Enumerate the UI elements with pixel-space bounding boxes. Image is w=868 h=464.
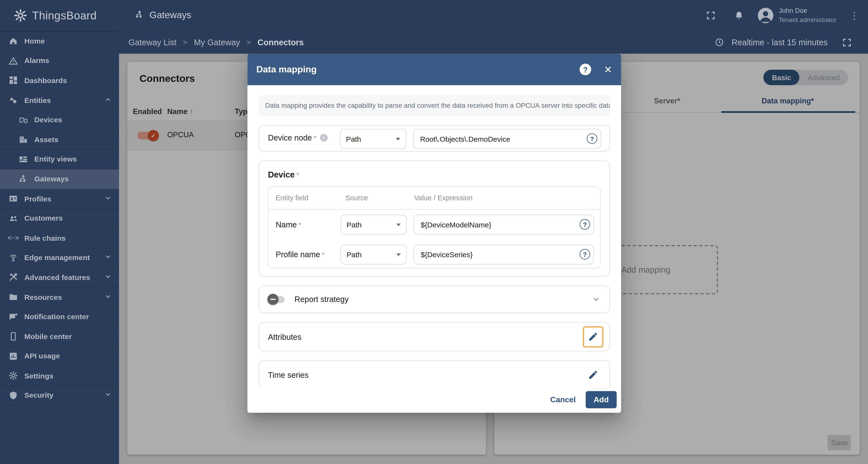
devices-icon bbox=[18, 115, 28, 125]
sidebar-item-mobile-center[interactable]: Mobile center bbox=[0, 327, 119, 346]
field-help-icon[interactable]: ? bbox=[580, 249, 590, 259]
device-node-panel: Device node * i Path ? bbox=[258, 125, 610, 152]
view-grid-icon bbox=[18, 154, 28, 164]
toggle-off-dash-icon bbox=[270, 299, 276, 300]
name-value-wrap: ? bbox=[413, 214, 594, 234]
table-header-row: Entity field Source Value / Expression bbox=[269, 187, 600, 210]
time-series-edit-button[interactable] bbox=[588, 370, 598, 380]
column-value-expression: Value / Expression bbox=[414, 194, 473, 202]
sidebar-item-edge-management[interactable]: Edge management bbox=[0, 248, 119, 268]
device-node-value-wrap: ? bbox=[413, 129, 601, 149]
device-section-title: Device* bbox=[268, 170, 299, 179]
time-series-label: Time series bbox=[268, 370, 309, 379]
attributes-label: Attributes bbox=[268, 332, 302, 341]
info-banner: Data mapping provides the capability to … bbox=[258, 95, 610, 116]
profile-value-input[interactable] bbox=[413, 244, 594, 264]
dialog-header: Data mapping ? ✕ bbox=[247, 54, 621, 85]
app-root: ThingsBoard Home Alarms Dashboards Entit… bbox=[0, 0, 868, 464]
chevron-down-icon bbox=[104, 194, 112, 203]
help-icon[interactable]: ? bbox=[580, 64, 591, 75]
sidebar-item-entities[interactable]: Entities bbox=[0, 91, 119, 110]
report-strategy-panel: Report strategy bbox=[258, 286, 610, 313]
notifications-bell-icon[interactable] bbox=[732, 9, 746, 22]
user-info[interactable]: John Doe Tenant administrator bbox=[779, 6, 837, 25]
attributes-edit-button[interactable] bbox=[583, 326, 603, 347]
folder-icon bbox=[8, 292, 18, 302]
sidebar-item-devices[interactable]: Devices bbox=[0, 110, 119, 130]
sidebar-item-alarms[interactable]: Alarms bbox=[0, 51, 119, 71]
badge-icon bbox=[8, 194, 18, 204]
time-series-panel: Time series bbox=[258, 360, 610, 386]
device-section-panel: Device* Entity field Source Value / Expr… bbox=[258, 160, 610, 276]
sidebar-item-notification-center[interactable]: Notification center bbox=[0, 307, 119, 327]
dialog-footer: Cancel Add bbox=[247, 386, 621, 413]
dialog-body: Data mapping provides the capability to … bbox=[247, 85, 621, 386]
chevron-down-icon[interactable] bbox=[592, 295, 601, 304]
field-help-icon[interactable]: ? bbox=[580, 219, 590, 230]
dropdown-caret-icon bbox=[396, 138, 400, 140]
info-icon[interactable]: i bbox=[320, 134, 328, 142]
profile-source-select[interactable]: Path bbox=[340, 244, 407, 264]
required-marker: * bbox=[297, 171, 299, 179]
dashboards-icon bbox=[8, 75, 18, 86]
sidebar-item-gateways[interactable]: Gateways bbox=[0, 169, 119, 189]
add-button[interactable]: Add bbox=[586, 391, 617, 408]
top-bar: Gateways John Doe Tenant administrator ⋮ bbox=[119, 0, 868, 31]
sidebar-item-settings[interactable]: Settings bbox=[0, 366, 119, 386]
breadcrumb-my-gateway[interactable]: My Gateway bbox=[194, 37, 240, 47]
people-icon bbox=[8, 213, 18, 223]
column-entity-field: Entity field bbox=[276, 194, 308, 202]
dialog-title: Data mapping bbox=[256, 64, 317, 75]
report-strategy-toggle[interactable] bbox=[269, 296, 284, 303]
cancel-button[interactable]: Cancel bbox=[542, 391, 584, 408]
sidebar-item-rule-chains[interactable]: <··> Rule chains bbox=[0, 228, 119, 248]
name-source-select[interactable]: Path bbox=[340, 214, 407, 234]
device-node-label: Device node * i bbox=[268, 133, 328, 142]
hierarchy-icon bbox=[134, 9, 145, 22]
sidebar-item-resources[interactable]: Resources bbox=[0, 288, 119, 307]
profile-value-wrap: ? bbox=[413, 244, 594, 264]
kebab-menu-icon[interactable]: ⋮ bbox=[850, 10, 859, 21]
gear-icon bbox=[8, 371, 18, 381]
app-logo[interactable]: ThingsBoard bbox=[0, 0, 119, 31]
dropdown-caret-icon bbox=[397, 253, 401, 256]
sidebar-item-customers[interactable]: Customers bbox=[0, 209, 119, 228]
sidebar-item-security[interactable]: Security bbox=[0, 386, 119, 406]
user-role: Tenant administrator bbox=[779, 16, 837, 25]
dropdown-caret-icon bbox=[397, 223, 401, 226]
antenna-icon bbox=[8, 253, 18, 263]
sidebar-item-home[interactable]: Home bbox=[0, 31, 119, 51]
sidebar-item-api-usage[interactable]: API usage bbox=[0, 346, 119, 366]
device-node-value-input[interactable] bbox=[413, 129, 601, 149]
chevron-down-icon bbox=[104, 273, 112, 282]
time-range-label[interactable]: Realtime - last 15 minutes bbox=[732, 37, 828, 47]
sidebar-item-dashboards[interactable]: Dashboards bbox=[0, 71, 119, 91]
page-title: Gateways bbox=[134, 9, 191, 22]
bar-chart-icon bbox=[8, 351, 18, 361]
sidebar-item-advanced-features[interactable]: Advanced features bbox=[0, 268, 119, 288]
user-avatar[interactable] bbox=[758, 8, 773, 23]
breadcrumb-connectors: Connectors bbox=[257, 37, 304, 47]
breadcrumb: Gateway List > My Gateway > Connectors bbox=[119, 37, 304, 47]
device-mapping-table: Entity field Source Value / Expression N… bbox=[268, 187, 601, 268]
sidebar-item-profiles[interactable]: Profiles bbox=[0, 189, 119, 209]
table-row-profile-name: Profile name* Path ? bbox=[269, 239, 600, 269]
data-mapping-dialog: Data mapping ? ✕ Data mapping provides t… bbox=[247, 54, 621, 413]
field-help-icon[interactable]: ? bbox=[587, 133, 597, 144]
chevron-down-icon bbox=[104, 253, 112, 263]
fullscreen-icon[interactable] bbox=[704, 9, 717, 22]
tools-icon bbox=[8, 272, 18, 283]
sidebar-item-entity-views[interactable]: Entity views bbox=[0, 150, 119, 169]
close-icon[interactable]: ✕ bbox=[604, 64, 612, 74]
breadcrumb-bar: Gateway List > My Gateway > Connectors R… bbox=[119, 31, 868, 54]
expand-icon[interactable] bbox=[840, 36, 854, 49]
device-node-source-select[interactable]: Path bbox=[340, 129, 406, 149]
name-value-input[interactable] bbox=[413, 214, 594, 234]
hierarchy-icon bbox=[18, 174, 28, 184]
required-marker: * bbox=[314, 134, 316, 142]
breadcrumb-gateway-list[interactable]: Gateway List bbox=[128, 37, 177, 47]
sidebar-item-assets[interactable]: Assets bbox=[0, 130, 119, 150]
main-area: Gateways John Doe Tenant administrator ⋮… bbox=[119, 0, 868, 464]
chevron-down-icon bbox=[104, 292, 112, 302]
time-window-control: Realtime - last 15 minutes bbox=[713, 36, 868, 49]
